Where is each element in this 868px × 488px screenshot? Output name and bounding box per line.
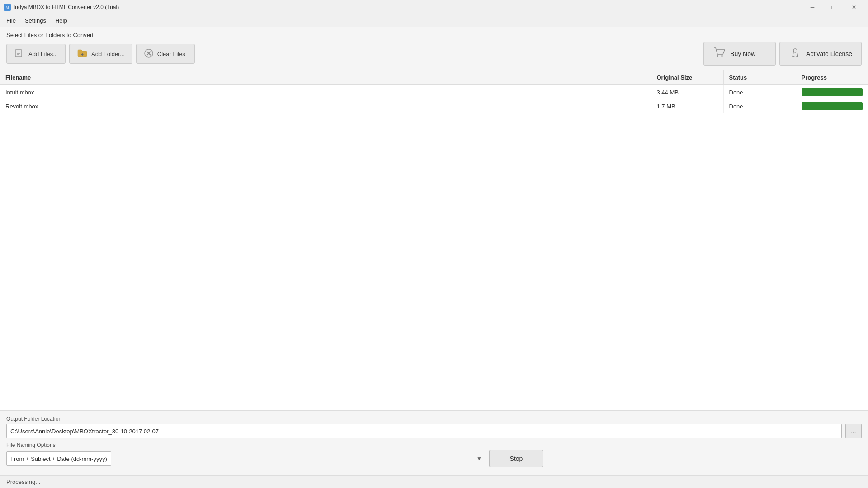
naming-select[interactable]: From + Subject + Date (dd-mm-yyyy)Subjec… (6, 451, 111, 466)
title-bar: M Indya MBOX to HTML Converter v2.0 (Tri… (0, 0, 868, 14)
progress-bar-container (802, 88, 863, 96)
table-row: Intuit.mbox3.44 MBDone (0, 85, 868, 99)
select-arrow-icon: ▼ (476, 455, 482, 462)
col-header-progress: Progress (796, 70, 868, 85)
table-row: Revolt.mbox1.7 MBDone (0, 99, 868, 113)
maximize-button[interactable]: □ (823, 0, 844, 14)
status-text: Processing... (6, 479, 40, 485)
svg-point-11 (717, 55, 718, 57)
cell-filename: Revolt.mbox (0, 99, 651, 113)
activate-license-icon (789, 46, 802, 61)
toolbar-buttons: Add Files... Add Folder... (6, 42, 862, 66)
bottom-section: Output Folder Location ... File Naming O… (0, 411, 868, 475)
browse-button[interactable]: ... (845, 424, 862, 438)
activate-license-label: Activate License (806, 50, 852, 57)
buy-now-icon (713, 46, 726, 61)
cell-size: 3.44 MB (651, 85, 723, 99)
minimize-button[interactable]: ─ (802, 0, 823, 14)
toolbar-section-label: Select Files or Folders to Convert (6, 32, 862, 38)
clear-files-label: Clear Files (157, 51, 185, 57)
add-folder-icon (77, 48, 88, 60)
add-files-label: Add Files... (28, 51, 58, 57)
menu-item-settings[interactable]: Settings (20, 15, 51, 26)
progress-bar-fill (802, 88, 863, 96)
naming-input-row: From + Subject + Date (dd-mm-yyyy)Subjec… (6, 450, 862, 467)
naming-label: File Naming Options (6, 442, 862, 448)
window-controls: ─ □ ✕ (802, 0, 864, 14)
cell-filename: Intuit.mbox (0, 85, 651, 99)
col-header-status: Status (723, 70, 796, 85)
buy-now-button[interactable]: Buy Now (703, 42, 776, 66)
svg-text:M: M (6, 5, 9, 9)
stop-button[interactable]: Stop (489, 450, 543, 467)
file-table: Filename Original Size Status Progress I… (0, 70, 868, 113)
close-button[interactable]: ✕ (844, 0, 864, 14)
output-folder-input[interactable] (6, 424, 842, 438)
title-bar-left: M Indya MBOX to HTML Converter v2.0 (Tri… (4, 4, 119, 11)
toolbar-right-buttons: Buy Now Activate License (703, 42, 862, 66)
cell-progress (796, 99, 868, 113)
add-files-icon (14, 48, 25, 60)
cell-size: 1.7 MB (651, 99, 723, 113)
naming-row-container: File Naming Options From + Subject + Dat… (6, 442, 862, 467)
cell-progress (796, 85, 868, 99)
progress-bar-container (802, 102, 863, 110)
activate-license-button[interactable]: Activate License (779, 42, 862, 66)
cell-status: Done (723, 99, 796, 113)
buy-now-label: Buy Now (730, 50, 755, 57)
output-folder-label: Output Folder Location (6, 416, 862, 422)
col-header-filename: Filename (0, 70, 651, 85)
menu-item-file[interactable]: File (2, 15, 20, 26)
output-folder-input-row: ... (6, 424, 862, 438)
toolbar-area: Select Files or Folders to Convert Add F… (0, 27, 868, 70)
col-header-size: Original Size (651, 70, 723, 85)
naming-select-wrapper: From + Subject + Date (dd-mm-yyyy)Subjec… (6, 451, 486, 466)
file-table-area: Filename Original Size Status Progress I… (0, 70, 868, 411)
app-icon: M (4, 4, 11, 11)
menu-bar: FileSettingsHelp (0, 14, 868, 27)
svg-point-12 (721, 55, 723, 57)
table-header-row: Filename Original Size Status Progress (0, 70, 868, 85)
menu-item-help[interactable]: Help (51, 15, 72, 26)
clear-files-icon (144, 48, 154, 60)
output-folder-row: Output Folder Location ... (6, 416, 862, 438)
status-bar: Processing... (0, 475, 868, 488)
file-table-body: Intuit.mbox3.44 MBDoneRevolt.mbox1.7 MBD… (0, 85, 868, 113)
clear-files-button[interactable]: Clear Files (136, 44, 195, 64)
cell-status: Done (723, 85, 796, 99)
window-title: Indya MBOX to HTML Converter v2.0 (Trial… (14, 4, 119, 10)
add-folder-label: Add Folder... (91, 51, 125, 57)
svg-point-13 (793, 49, 797, 52)
add-files-button[interactable]: Add Files... (6, 44, 66, 64)
add-folder-button[interactable]: Add Folder... (69, 44, 132, 64)
toolbar-left-buttons: Add Files... Add Folder... (6, 44, 195, 64)
progress-bar-fill (802, 102, 863, 110)
